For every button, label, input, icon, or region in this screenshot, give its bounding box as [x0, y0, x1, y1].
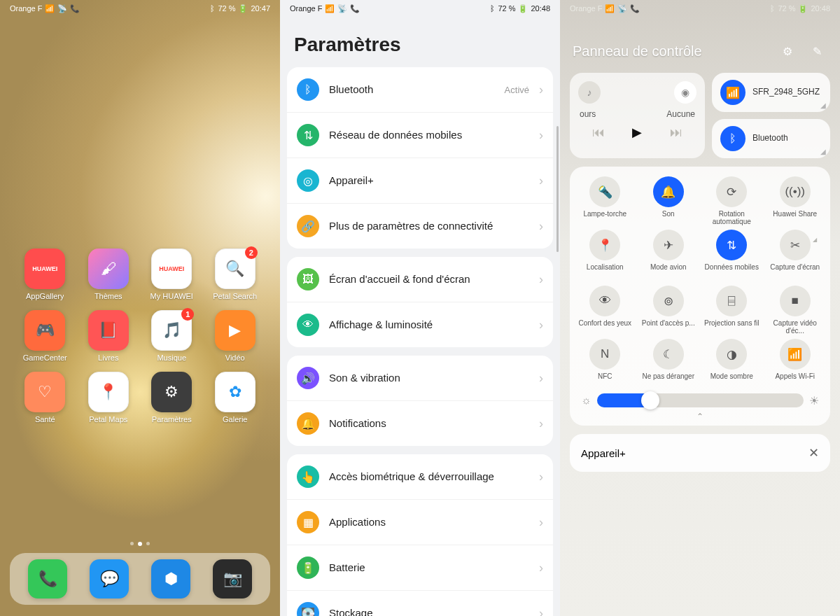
- dock-browser[interactable]: ⬢: [151, 559, 190, 598]
- settings-row-notifications[interactable]: 🔔Notifications›: [287, 400, 553, 446]
- call-forward-icon: 📞: [70, 4, 80, 13]
- settings-row-battery[interactable]: 🔋Batterie›: [287, 545, 553, 590]
- row-label: Accès biométrique & déverrouillage: [329, 470, 529, 484]
- tile-rotation[interactable]: ⟳Rotation automatique: [701, 176, 763, 225]
- tile-airplane[interactable]: ✈Mode avion: [638, 230, 700, 281]
- tile-torch[interactable]: 🔦Lampe-torche: [574, 176, 636, 225]
- settings-card: 🔊Son & vibration›🔔Notifications›: [287, 356, 553, 446]
- tile-hotspot[interactable]: ⊚Point d'accès p...: [638, 286, 700, 335]
- tile-mobile-data[interactable]: ⇅Données mobiles: [701, 230, 763, 281]
- audio-output-icon[interactable]: ◉: [674, 81, 696, 104]
- tile-label: Appels Wi-Fi: [775, 372, 815, 388]
- app-my-huawei[interactable]: HUAWEIMy HUAWEI: [142, 248, 202, 300]
- quick-tiles-grid: 🔦Lampe-torche🔔Son⟳Rotation automatique((…: [574, 176, 826, 388]
- tile-label: Son: [662, 210, 675, 225]
- settings-row-sound[interactable]: 🔊Son & vibration›: [287, 356, 553, 400]
- location-icon: 📍: [589, 230, 620, 260]
- app-icon: ▶: [215, 310, 255, 351]
- next-button[interactable]: ⏭: [670, 125, 682, 140]
- app-label: Santé: [35, 415, 55, 424]
- app-musique[interactable]: 🎵1Musique: [142, 310, 202, 362]
- scrollbar[interactable]: [556, 126, 559, 252]
- row-label: Applications: [329, 516, 529, 529]
- brightness-low-icon: ☼: [581, 394, 592, 407]
- app-sant-[interactable]: ♡Santé: [15, 372, 75, 424]
- tile-sound[interactable]: 🔔Son: [638, 176, 700, 225]
- tile-screen-record[interactable]: ■Capture vidéo d'éc...: [764, 286, 827, 335]
- media-widget[interactable]: ♪ ◉ ours Aucune ⏮ ▶ ⏭: [570, 73, 705, 158]
- app-param-tres[interactable]: ⚙Paramètres: [142, 372, 202, 424]
- biometric-icon: 👆: [297, 465, 319, 488]
- tile-screenshot[interactable]: ✂Capture d'écran: [764, 230, 827, 281]
- settings-row-bluetooth[interactable]: ᛒBluetoothActivé›: [287, 67, 553, 112]
- row-label: Notifications: [329, 417, 529, 430]
- settings-shortcut-button[interactable]: ⚙: [777, 41, 798, 62]
- dock-messages[interactable]: 💬: [90, 559, 129, 598]
- play-button[interactable]: ▶: [632, 125, 642, 140]
- airplane-icon: ✈: [653, 230, 684, 260]
- app-vid-o[interactable]: ▶Vidéo: [206, 310, 265, 362]
- row-label: Plus de paramètres de connectivité: [329, 220, 529, 233]
- sound-icon: 🔊: [297, 367, 319, 389]
- settings-row-storage[interactable]: 💽Stockage›: [287, 590, 553, 616]
- page-title: Paramètres: [280, 17, 560, 67]
- chevron-right-icon: ›: [539, 174, 543, 188]
- app-appgallery[interactable]: HUAWEIAppGallery: [15, 248, 75, 300]
- tile-dark-mode[interactable]: ◑Mode sombre: [701, 339, 763, 388]
- app-label: GameCenter: [23, 354, 67, 362]
- app-icon: 🎮: [24, 310, 65, 351]
- settings-row-biometric[interactable]: 👆Accès biométrique & déverrouillage›: [287, 454, 553, 499]
- tile-eye-comfort[interactable]: 👁Confort des yeux: [574, 286, 636, 335]
- tile-wifi-calling[interactable]: 📶Appels Wi-Fi: [764, 339, 827, 388]
- app-galerie[interactable]: ✿Galerie: [206, 372, 265, 424]
- dock-phone[interactable]: 📞: [28, 559, 67, 598]
- tile-cast[interactable]: ⌸Projection sans fil: [701, 286, 763, 335]
- app-th-mes[interactable]: 🖌Thèmes: [79, 248, 139, 300]
- settings-row-mobile-data[interactable]: ⇅Réseau de données mobiles›: [287, 112, 553, 158]
- app-icon: ⚙: [151, 372, 192, 412]
- app-petal-search[interactable]: 🔍2Petal Search: [206, 248, 265, 300]
- row-label: Appareil+: [329, 174, 529, 188]
- dock-camera[interactable]: 📷: [213, 559, 252, 598]
- settings-row-more-conn[interactable]: 🔗Plus de paramètres de connectivité›: [287, 203, 553, 248]
- carrier-label: Orange F: [10, 4, 42, 13]
- tile-dnd[interactable]: ☾Ne pas déranger: [638, 339, 700, 388]
- app-label: My HUAWEI: [150, 292, 193, 300]
- app-petal-maps[interactable]: 📍Petal Maps: [79, 372, 139, 424]
- chevron-right-icon: ›: [539, 606, 543, 617]
- bluetooth-label: Bluetooth: [752, 134, 788, 144]
- storage-icon: 💽: [297, 602, 319, 616]
- clock-small: 20:48: [811, 4, 830, 13]
- tile-nfc[interactable]: NNFC: [574, 339, 636, 388]
- tile-location[interactable]: 📍Localisation: [574, 230, 636, 281]
- prev-button[interactable]: ⏮: [592, 125, 605, 140]
- expand-handle[interactable]: ⌃: [574, 410, 826, 421]
- app-label: Thèmes: [94, 292, 122, 300]
- wifi-tile[interactable]: 📶 SFR_2948_5GHZ ◢: [712, 73, 830, 112]
- app-gamecenter[interactable]: 🎮GameCenter: [15, 310, 75, 362]
- close-icon[interactable]: ✕: [808, 445, 819, 461]
- more-conn-icon: 🔗: [297, 215, 319, 237]
- dnd-icon: ☾: [653, 339, 684, 370]
- app-icon: 📍: [88, 372, 129, 412]
- device-plus-label: Appareil+: [581, 447, 626, 459]
- app-livres[interactable]: 📕Livres: [79, 310, 139, 362]
- app-label: Petal Maps: [89, 415, 127, 424]
- bluetooth-tile[interactable]: ᛒ Bluetooth ◢: [712, 119, 830, 158]
- dock: 📞💬⬢📷: [10, 553, 270, 605]
- brightness-slider[interactable]: ☼ ☀: [574, 388, 826, 410]
- battery-icon: 🔋: [238, 4, 248, 13]
- screenshot-icon: ✂: [780, 230, 811, 260]
- settings-list: ᛒBluetoothActivé›⇅Réseau de données mobi…: [280, 67, 560, 616]
- battery-percent: 72 %: [498, 4, 515, 13]
- tile-label: Capture vidéo d'éc...: [764, 319, 827, 335]
- settings-row-display[interactable]: 👁Affichage & luminosité›: [287, 302, 553, 347]
- app-label: Livres: [98, 354, 118, 362]
- edit-button[interactable]: ✎: [806, 41, 827, 62]
- device-plus-card[interactable]: Appareil+ ✕: [570, 434, 830, 472]
- settings-row-home-wall[interactable]: 🖼Écran d'accueil & fond d'écran›: [287, 257, 553, 302]
- settings-row-apps[interactable]: ▦Applications›: [287, 499, 553, 545]
- settings-row-device-plus[interactable]: ◎Appareil+›: [287, 158, 553, 203]
- tile-label: Projection sans fil: [704, 319, 759, 335]
- tile-huawei-share[interactable]: ((•))Huawei Share: [764, 176, 827, 225]
